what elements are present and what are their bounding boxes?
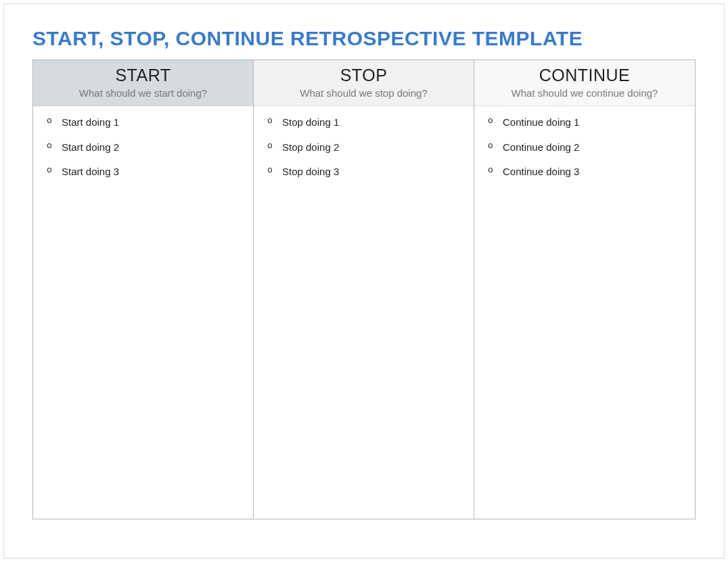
retrospective-table: START What should we start doing? STOP W… [32,60,696,519]
column-subtitle-start: What should we start doing? [40,87,246,99]
column-title-continue: CONTINUE [481,66,688,85]
page-title: START, STOP, CONTINUE RETROSPECTIVE TEMP… [32,27,696,50]
list-item: Start doing 1 [47,116,245,129]
column-header-start: START What should we start doing? [33,60,254,106]
column-body-stop: Stop doing 1 Stop doing 2 Stop doing 3 [254,106,474,519]
column-subtitle-stop: What should we stop doing? [260,87,467,99]
stop-list: Stop doing 1 Stop doing 2 Stop doing 3 [267,116,465,179]
list-item: Continue doing 3 [488,165,687,179]
list-item: Stop doing 1 [267,116,465,129]
page-container: START, STOP, CONTINUE RETROSPECTIVE TEMP… [3,3,725,559]
list-item: Stop doing 3 [267,165,465,179]
column-header-stop: STOP What should we stop doing? [254,60,474,106]
list-item: Stop doing 2 [267,141,465,154]
column-body-continue: Continue doing 1 Continue doing 2 Contin… [474,106,695,519]
list-item: Continue doing 2 [488,141,687,154]
column-header-continue: CONTINUE What should we continue doing? [474,60,695,106]
column-title-stop: STOP [260,66,467,85]
column-subtitle-continue: What should we continue doing? [481,87,688,99]
start-list: Start doing 1 Start doing 2 Start doing … [47,116,245,179]
list-item: Continue doing 1 [488,116,687,129]
continue-list: Continue doing 1 Continue doing 2 Contin… [488,116,687,179]
list-item: Start doing 2 [47,141,245,154]
column-body-start: Start doing 1 Start doing 2 Start doing … [33,106,254,519]
list-item: Start doing 3 [47,165,245,179]
column-title-start: START [40,66,246,85]
